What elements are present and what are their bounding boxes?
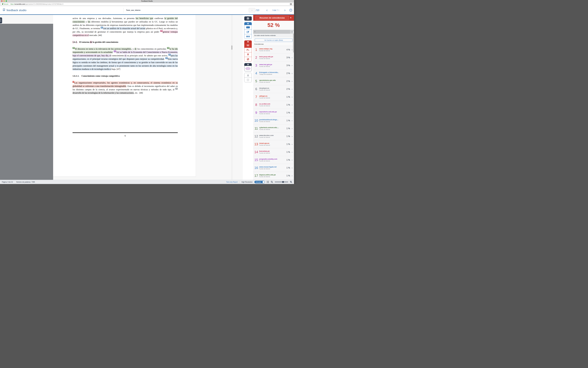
thumbnail-drawer-handle[interactable] (0, 18, 2, 23)
feedback-studio-logo[interactable]: feedback studio (2, 9, 27, 12)
highlighted-text[interactable]: de (135, 47, 136, 50)
source-info: cybertesis.unmsm.edu....Fuente de Intern… (259, 127, 285, 130)
text-only-report-link[interactable]: Text-only Report (226, 181, 238, 183)
secure-label: Secure (4, 3, 9, 5)
source-name[interactable]: www.docstoc.com (259, 135, 285, 136)
quickmarks-button[interactable]: ✓ (244, 25, 252, 29)
match-badge[interactable]: 7 (72, 81, 74, 83)
source-name[interactable]: upcommons.upc.edu (259, 79, 285, 81)
match-badge[interactable]: 10 (165, 57, 168, 59)
paper-pager[interactable]: 5 de 7 ▼ (272, 9, 279, 11)
minimize-window-icon[interactable] (3, 0, 5, 2)
match-source-row[interactable]: 13riunet.upv.esFuente de Internet1 %› (253, 140, 294, 148)
fullscreen-icon[interactable] (267, 181, 269, 183)
source-name[interactable]: repositorio.usil.edu.pe (259, 111, 285, 113)
window-title: Feedback Studio (141, 0, 153, 2)
grademark-layer-header[interactable] (244, 22, 252, 25)
match-badge[interactable]: 18 (175, 88, 178, 90)
zoom-slider-thumb[interactable] (282, 181, 284, 183)
match-source-row[interactable]: 6docplayer.esFuente de Internet2 %› (253, 85, 294, 93)
match-source-row[interactable]: 8es.scribd.comFuente de Internet1 %› (253, 101, 294, 109)
source-name[interactable]: dspace.unitru.edu.pe (259, 174, 285, 176)
match-source-row[interactable]: 1www.redalyc.orgFuente de Internet4 %› (253, 46, 294, 54)
filters-button[interactable] (244, 52, 252, 57)
highlighted-text[interactable]: los beneficios que (136, 17, 153, 20)
match-badge[interactable]: 23 (72, 47, 75, 49)
match-source-row[interactable]: 4Entregado a Universida...Trabajo del es… (253, 69, 294, 77)
grade-box[interactable]: -- (249, 8, 255, 12)
highlighted-text[interactable]: 1 (72, 41, 74, 43)
source-type: Fuente de Internet (259, 82, 285, 83)
close-window-icon[interactable] (1, 0, 2, 2)
highlighted-text[interactable]: desarrollo de las tecnologías de la info… (72, 92, 134, 94)
zoom-in-icon[interactable] (290, 181, 292, 183)
match-source-row[interactable]: 15posgrados.weebly.comFuente de Internet… (253, 156, 294, 164)
match-source-row[interactable]: 14buscamas.peFuente de Internet1 %› (253, 148, 294, 156)
highlighted-text[interactable]: con un análisis de la situación actual d… (103, 27, 145, 30)
source-name[interactable]: www.inei.gob.pe (259, 64, 285, 65)
similarity-layer-header[interactable] (244, 41, 252, 43)
source-name[interactable]: docplayer.es (259, 87, 285, 89)
source-name[interactable]: posgrados.weebly.com (259, 158, 285, 160)
source-name[interactable]: pandebatallaucb.blogs... (259, 119, 285, 121)
match-source-row[interactable]: 7adingor.esFuente de Internet1 %› (253, 93, 294, 101)
maximize-window-icon[interactable] (6, 0, 7, 2)
source-name[interactable]: buscamas.pe (259, 150, 285, 152)
match-source-row[interactable]: 2tesis.pucp.edu.peFuente de Internet3 %› (253, 54, 294, 62)
chevron-left-icon[interactable]: ‹ (254, 30, 255, 33)
match-source-row[interactable]: 3www.inei.gob.peFuente de Internet3 %› (253, 62, 294, 69)
source-name[interactable]: tesis.pucp.edu.pe (259, 56, 285, 58)
comment-button[interactable] (244, 29, 252, 34)
match-source-row[interactable]: 17dspace.unitru.edu.peFuente de Internet… (253, 172, 294, 180)
source-name[interactable]: www.researchgate.net (259, 166, 285, 168)
match-badge[interactable]: 10 (168, 54, 171, 56)
source-name[interactable]: adingor.es (259, 95, 285, 97)
highlighted-text[interactable]: El discurso en torno a la relevancia de … (75, 47, 131, 50)
match-badge[interactable]: 63 (114, 50, 116, 52)
source-name[interactable]: www.redalyc.org (259, 48, 285, 50)
help-icon[interactable]: ? (289, 9, 292, 11)
source-name[interactable]: es.scribd.com (259, 103, 285, 105)
highlighted-text[interactable]: es (125, 54, 126, 57)
all-sources-button[interactable] (244, 48, 252, 52)
translate-icon[interactable]: G文 (290, 3, 292, 5)
match-source-row[interactable]: 16www.researchgate.netFuente de Internet… (253, 164, 294, 172)
zoom-slider[interactable] (275, 182, 288, 182)
next-paper-icon[interactable]: › (284, 9, 285, 12)
panel-scrollbar-thumb[interactable] (293, 34, 294, 53)
match-badge[interactable]: 23 (167, 47, 169, 49)
download-button[interactable] (244, 73, 252, 78)
text-run: . (164, 58, 165, 60)
source-name[interactable]: cybertesis.unmsm.edu.... (259, 127, 285, 129)
match-source-row[interactable]: 10pandebatallaucb.blogs...Fuente de Inte… (253, 117, 294, 125)
close-icon[interactable]: ✕ (289, 16, 293, 19)
source-name[interactable]: Entregado a Universida... (259, 72, 285, 73)
address-field[interactable]: Secure https://ev.turnitin.com/app/carta… (1, 3, 293, 6)
excluded-sources-button[interactable] (244, 57, 252, 61)
previous-paper-icon[interactable]: ‹ (266, 9, 268, 12)
highlighted-text[interactable]: 1 (76, 41, 77, 43)
match-source-row[interactable]: 12www.docstoc.comFuente de Internet1 %› (253, 132, 294, 140)
all-layers-button[interactable] (244, 16, 252, 21)
similarity-zone: 52 % (253, 21, 294, 30)
view-english-sources-button[interactable]: Ver fuentes en inglés (Beta) (255, 38, 292, 42)
panel-scrollbar[interactable] (293, 31, 294, 180)
zoom-out-icon[interactable] (271, 181, 273, 183)
similarity-score-button[interactable]: 52 (244, 43, 252, 48)
match-source-row[interactable]: 9repositorio.usil.edu.peFuente de Intern… (253, 109, 294, 117)
info-button[interactable]: i (244, 78, 252, 82)
document-scrollbar[interactable] (231, 15, 233, 180)
scrollbar-thumb[interactable] (231, 46, 233, 50)
match-source-row[interactable]: 11cybertesis.unmsm.edu....Fuente de Inte… (253, 125, 294, 132)
ets-layer-header[interactable] (244, 63, 252, 66)
match-badge[interactable]: 32 (160, 30, 163, 32)
rubric-button[interactable] (244, 34, 252, 39)
match-source-row[interactable]: 5upcommons.upc.eduFuente de Internet2 %› (253, 77, 294, 85)
highlighted-text[interactable]: de (90, 41, 92, 43)
source-name[interactable]: riunet.upv.es (259, 142, 285, 144)
highlighted-text[interactable]: y (109, 20, 111, 23)
match-badge[interactable]: 82 (101, 27, 103, 28)
high-resolution-toggle[interactable]: Activado (254, 181, 265, 183)
ets-button[interactable]: ETS (244, 66, 252, 71)
highlighted-text[interactable]: los (88, 20, 90, 23)
